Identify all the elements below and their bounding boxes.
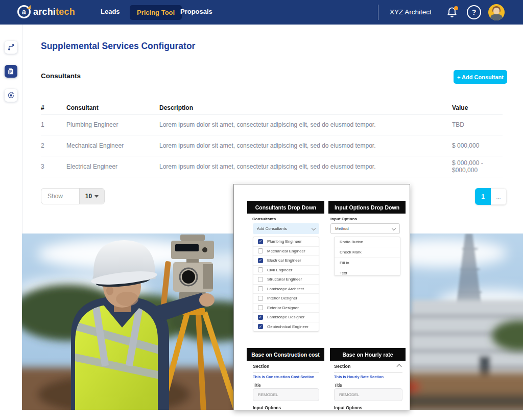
checkbox[interactable]: ✓ [258,258,263,263]
checkbox[interactable] [258,248,263,253]
consultant-option-label: Plumbing Engineer [267,239,302,244]
chevron-down-icon [392,226,396,230]
consultant-option-label: Exterior Designer [267,306,299,310]
consultant-option-label: Landscape Architect [267,287,304,291]
input-options-field-label: Input Options [330,217,357,221]
method-dropdown-value: Method [335,226,349,231]
title-input[interactable] [253,388,319,401]
input-option-text[interactable]: Text [335,268,400,278]
consultant-option-label: Electrical Engineer [267,258,301,263]
consultant-option[interactable]: ✓Landscape Designer [253,313,319,322]
pagination-page-1[interactable]: 1 [475,188,491,205]
construction-section-note: This is Construction Cost Section [253,375,314,379]
consultant-option[interactable]: ✓Electrical Engineer [253,256,319,266]
title-input[interactable] [334,388,402,401]
page-title: Supplemental Services Configurator [41,41,195,52]
input-options-dropdown-header: Input Options Drop Down [328,201,406,214]
consultant-option-label: Landscape Designer [267,315,304,319]
checkbox[interactable] [258,286,263,291]
nav-divider [378,5,378,20]
checkbox[interactable] [258,296,263,301]
logo-prefix: archi [33,7,56,17]
nav-item-leads[interactable]: Leads [101,8,120,15]
consultant-option-label: Interior Designer [267,296,297,300]
add-consultant-button[interactable]: + Add Consultant [454,70,507,84]
checkbox[interactable] [258,267,263,272]
consultants-section-title: Consultants [41,72,81,80]
sidebar-item-documents[interactable] [5,65,17,78]
input-option-fill-in[interactable]: Fill in [335,258,400,268]
configurator-overlay: Consultants Drop Down Input Options Drop… [233,184,410,410]
table-row: 3 Electrical Engineer Lorem ipsum dolor … [41,156,503,177]
nav-item-pricing-tool[interactable]: Pricing Tool [130,5,182,20]
checkbox[interactable]: ✓ [258,315,263,320]
notifications-bell-icon[interactable] [445,6,459,19]
col-header-num: # [41,104,66,111]
cell-value: $ 000,000 [452,142,503,149]
app-root: a architech Leads Pricing Tool Proposals… [0,0,523,420]
consultant-option[interactable]: Exterior Designer [253,304,319,313]
col-header-value: Value [452,104,503,111]
checkbox[interactable]: ✓ [258,324,263,329]
avatar-face [493,8,500,14]
cell-num: 3 [41,163,66,170]
construction-cost-header: Base on Construction cost [247,348,324,361]
section-divider [334,372,402,372]
logo-glyph: a [22,8,26,15]
cell-value: TBD [452,121,503,128]
chevron-up-icon[interactable] [397,364,402,369]
chevron-down-icon [312,226,316,230]
checkbox[interactable] [258,277,263,282]
pagination: 1 ... [475,188,507,205]
cell-consultant: Mechanical Engineer [66,142,159,149]
method-dropdown[interactable]: Method [330,223,400,234]
add-consultants-dropdown[interactable]: Add Consultants [253,223,319,234]
help-icon[interactable]: ? [467,5,481,19]
architech-logo[interactable]: a architech [17,5,75,18]
page-size-value[interactable]: 10 [79,189,104,204]
avatar-body [490,14,503,20]
consultant-option[interactable]: Interior Designer [253,294,319,304]
col-header-description: Description [159,104,452,111]
consultant-option[interactable]: Civil Engineer [253,266,319,275]
table-row: 1 Plumbing Engineer Lorem ipsum dolor si… [41,114,503,135]
cell-consultant: Plumbing Engineer [66,121,159,128]
cell-num: 1 [41,121,66,128]
logo-suffix: tech [56,7,75,17]
top-navbar: a architech Leads Pricing Tool Proposals… [0,0,523,25]
pagination-more[interactable]: ... [491,188,507,205]
hourly-rate-header: Base on Hourly rate [330,348,406,361]
consultant-option[interactable]: Mechanical Engineer [253,247,319,256]
consultant-option-label: Structural Engineer [267,277,302,282]
sidebar-item-workflow[interactable] [5,41,17,54]
page-size-number: 10 [85,193,92,200]
col-header-consultant: Consultant [66,104,159,111]
consultants-field-label: Consultants [252,217,276,221]
input-option-check-mark[interactable]: Check Mark [335,247,400,258]
nav-item-proposals[interactable]: Proposals [180,8,212,15]
sidebar-divider [22,25,22,234]
cell-description: Lorem ipsum dolor sit amet, consectetur … [159,163,452,170]
consultant-option[interactable]: Landscape Architect [253,285,319,294]
checkbox[interactable] [258,305,263,310]
sidebar-item-sync[interactable] [5,89,17,102]
input-option-radio-button[interactable]: Radio Button [335,237,400,247]
user-avatar[interactable] [488,4,505,20]
show-label: Show [41,189,79,204]
cell-description: Lorem ipsum dolor sit amet, consectetur … [159,142,452,149]
input-options-label: Input Options [253,405,281,410]
page-size-selector[interactable]: Show 10 [41,188,105,204]
section-label: Section [334,364,351,369]
input-options-label: Input Options [334,405,362,410]
consultant-option[interactable]: ✓Plumbing Engineer [253,237,319,247]
section-label: Section [253,364,270,369]
consultant-option[interactable]: ✓Geotechnical Engineer [253,322,319,332]
consultant-option[interactable]: Structural Engineer [253,275,319,285]
help-glyph: ? [472,8,477,16]
title-label: Title [253,383,261,388]
section-divider [253,372,319,372]
consultants-table: # Consultant Description Value 1 Plumbin… [41,101,503,177]
logo-notch [27,5,31,9]
account-name: XYZ Architect [390,8,432,16]
checkbox[interactable]: ✓ [258,239,263,244]
